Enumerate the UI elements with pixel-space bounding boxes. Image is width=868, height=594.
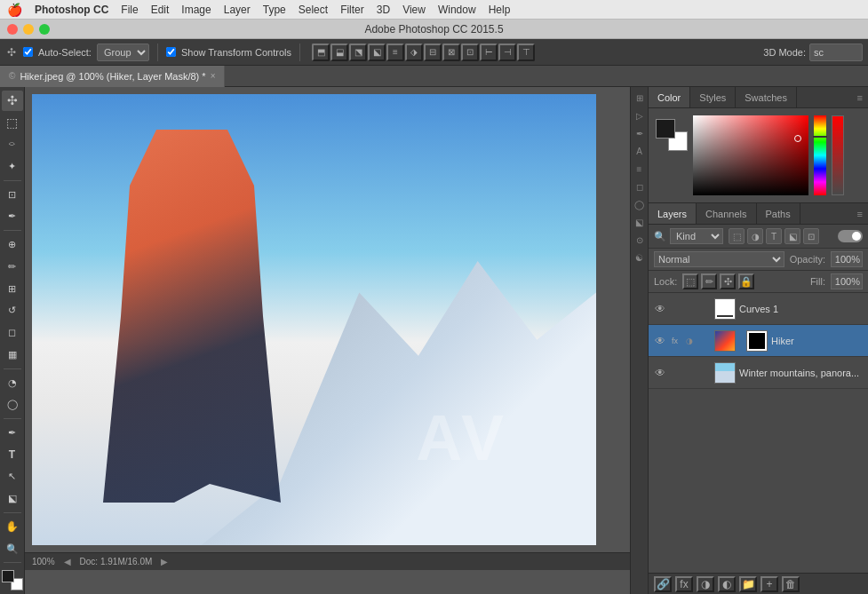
align-left-button[interactable]: ⬕: [368, 44, 386, 61]
panel-icon-5[interactable]: ≡: [633, 162, 647, 176]
add-style-button[interactable]: fx: [675, 576, 693, 592]
menu-layer[interactable]: Layer: [224, 4, 251, 16]
new-group-button[interactable]: 📁: [739, 576, 757, 592]
move-tool-button[interactable]: ✣: [2, 91, 23, 111]
blend-mode-select[interactable]: Normal Dissolve Multiply Screen Overlay: [654, 251, 784, 267]
menu-file[interactable]: File: [121, 4, 138, 16]
align-middle-button[interactable]: ⬓: [330, 44, 348, 61]
foreground-color-swatch[interactable]: [2, 570, 14, 582]
align-center-button[interactable]: ≡: [386, 44, 404, 61]
distribute-top-button[interactable]: ⊟: [424, 44, 442, 61]
filter-smart-button[interactable]: ⊡: [803, 228, 819, 244]
filter-kind-select[interactable]: Kind Name Effect Mode Attribute Color Sm…: [670, 228, 723, 244]
layer-row-mountain[interactable]: 👁 Winter mountains, panora...: [649, 357, 868, 389]
maximize-button[interactable]: [39, 24, 50, 35]
tab-paths[interactable]: Paths: [757, 203, 800, 224]
blur-button[interactable]: ◔: [2, 373, 23, 393]
history-brush-button[interactable]: ↺: [2, 301, 23, 321]
healing-brush-button[interactable]: ⊕: [2, 234, 23, 255]
lock-all-button[interactable]: 🔒: [738, 273, 754, 289]
panel-icon-9[interactable]: ⊙: [633, 233, 647, 247]
canvas-area[interactable]: AV 100% ◀ Doc: 1.91M/16.0M ▶: [25, 87, 630, 594]
add-mask-button[interactable]: ◑: [697, 576, 714, 592]
menu-view[interactable]: View: [402, 4, 426, 16]
document-tab[interactable]: © Hiker.jpeg @ 100% (Hiker, Layer Mask/8…: [0, 66, 225, 87]
lock-image-button[interactable]: ✏: [701, 273, 717, 289]
distribute-hcenter-button[interactable]: ⊣: [498, 44, 516, 61]
panel-icon-6[interactable]: ◻: [633, 179, 647, 194]
new-layer-button[interactable]: +: [760, 576, 778, 592]
minimize-button[interactable]: [23, 24, 34, 35]
filter-shape-button[interactable]: ⬕: [784, 228, 800, 244]
tab-swatches[interactable]: Swatches: [736, 87, 797, 107]
panel-icon-2[interactable]: ▷: [633, 108, 647, 123]
hand-button[interactable]: ✋: [2, 517, 23, 537]
filter-adjustment-button[interactable]: ◑: [747, 228, 763, 244]
color-fg-swatch[interactable]: [656, 119, 675, 139]
lock-transparent-button[interactable]: ⬚: [682, 273, 698, 289]
status-arrow-right[interactable]: ▶: [161, 557, 168, 566]
distribute-bottom-button[interactable]: ⊡: [461, 44, 479, 61]
auto-select-dropdown[interactable]: Group Layer: [97, 44, 149, 61]
distribute-vcenter-button[interactable]: ⊠: [442, 44, 460, 61]
rectangular-marquee-button[interactable]: ⬚: [2, 113, 23, 133]
distribute-left-button[interactable]: ⊢: [480, 44, 498, 61]
auto-select-checkbox[interactable]: [23, 47, 33, 57]
crop-button[interactable]: ⊡: [2, 185, 23, 205]
distribute-right-button[interactable]: ⊤: [517, 44, 535, 61]
brush-button[interactable]: ✏: [2, 257, 23, 277]
menu-select[interactable]: Select: [299, 4, 328, 16]
panel-icon-8[interactable]: ⬕: [633, 215, 647, 229]
zoom-button[interactable]: 🔍: [2, 539, 23, 559]
color-panel-menu[interactable]: ≡: [852, 87, 868, 107]
canvas-image[interactable]: AV: [32, 94, 596, 545]
new-adjustment-button[interactable]: ◐: [718, 576, 736, 592]
menu-image[interactable]: Image: [181, 4, 211, 16]
color-gradient-picker[interactable]: [693, 115, 808, 195]
pen-button[interactable]: ✒: [2, 423, 23, 443]
type-button[interactable]: T: [2, 445, 23, 465]
panel-icon-7[interactable]: ◯: [633, 197, 647, 211]
align-bottom-button[interactable]: ⬔: [349, 44, 367, 61]
layer-visibility-curves[interactable]: 👁: [652, 301, 668, 317]
fill-input[interactable]: [831, 273, 863, 289]
delete-layer-button[interactable]: 🗑: [782, 576, 800, 592]
eraser-button[interactable]: ◻: [2, 322, 23, 343]
color-alpha-strip[interactable]: [832, 115, 844, 195]
filter-pixel-button[interactable]: ⬚: [729, 228, 745, 244]
menu-type[interactable]: Type: [263, 4, 286, 16]
lasso-button[interactable]: ⌔: [2, 134, 23, 154]
shape-button[interactable]: ⬕: [2, 488, 23, 509]
tab-color[interactable]: Color: [649, 87, 690, 107]
gradient-button[interactable]: ▦: [2, 345, 23, 365]
tab-channels[interactable]: Channels: [697, 203, 756, 224]
lock-position-button[interactable]: ✣: [720, 273, 736, 289]
layer-row-hiker[interactable]: 👁 fx ◑ Hiker: [649, 325, 868, 357]
menu-3d[interactable]: 3D: [377, 4, 390, 16]
tab-close-button[interactable]: ×: [211, 71, 216, 81]
status-arrow-left[interactable]: ◀: [64, 557, 71, 566]
layers-panel-menu[interactable]: ≡: [852, 209, 868, 219]
menu-photoshop[interactable]: Photoshop CC: [35, 4, 108, 16]
color-fg-bg-swatches[interactable]: [656, 119, 688, 151]
magic-wand-button[interactable]: ✦: [2, 156, 23, 177]
close-button[interactable]: [7, 24, 18, 35]
filter-type-button[interactable]: T: [766, 228, 782, 244]
layer-visibility-hiker[interactable]: 👁: [652, 333, 668, 349]
layer-visibility-mountain[interactable]: 👁: [652, 365, 668, 381]
panel-icon-4[interactable]: A: [633, 144, 647, 158]
align-right-button[interactable]: ⬗: [405, 44, 423, 61]
path-selection-button[interactable]: ↖: [2, 467, 23, 487]
menu-window[interactable]: Window: [438, 4, 476, 16]
eyedropper-button[interactable]: ✒: [2, 207, 23, 227]
link-layers-button[interactable]: 🔗: [654, 576, 672, 592]
opacity-input[interactable]: [831, 251, 863, 267]
panel-icon-10[interactable]: ☯: [633, 250, 647, 265]
menu-help[interactable]: Help: [489, 4, 511, 16]
fg-bg-color-selector[interactable]: [2, 570, 23, 590]
apple-menu[interactable]: 🍎: [7, 3, 22, 17]
panel-icon-1[interactable]: ⊞: [633, 91, 647, 105]
menu-filter[interactable]: Filter: [340, 4, 364, 16]
filter-toggle[interactable]: [838, 230, 863, 242]
color-hue-strip[interactable]: [814, 115, 826, 195]
